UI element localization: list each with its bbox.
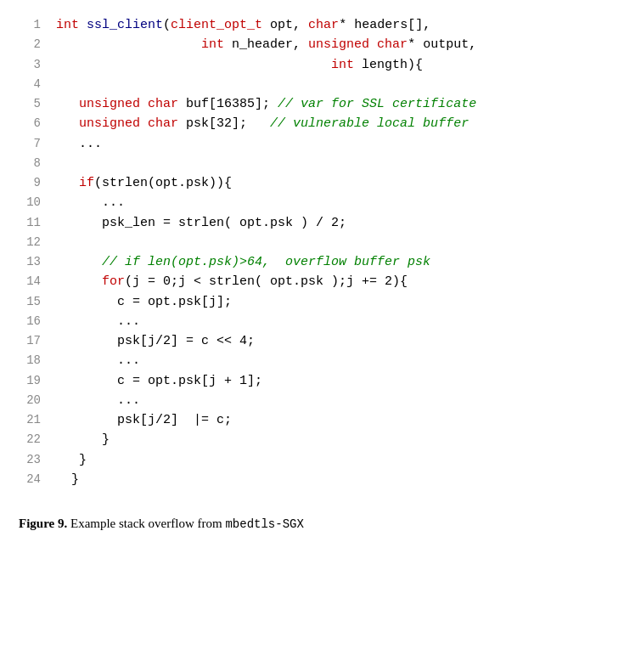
line-number: 5 [17, 94, 41, 114]
line-number: 3 [17, 55, 41, 75]
line-content: if(strlen(opt.psk)){ [56, 173, 624, 193]
keyword-token: unsigned [79, 97, 140, 111]
comment-token: // var for SSL certificate [278, 97, 476, 111]
line-number: 15 [17, 292, 41, 312]
line-content: ... [56, 134, 624, 154]
code-line: 1int ssl_client(client_opt_t opt, char* … [17, 15, 624, 35]
line-number: 2 [17, 35, 41, 54]
code-line: 16 ... [17, 312, 624, 331]
plain-token: psk[32]; [178, 116, 270, 131]
line-number: 20 [17, 391, 41, 410]
line-content: int length){ [56, 55, 624, 75]
line-content: psk_len = strlen( opt.psk ) / 2; [56, 213, 624, 233]
code-line: 6 unsigned char psk[32]; // vulnerable l… [17, 114, 624, 133]
line-number: 14 [17, 272, 41, 291]
comment-token: // if len(opt.psk)>64, overflow buffer p… [102, 255, 430, 269]
plain-token: } [56, 432, 110, 447]
figure-text: Example stack overflow from [67, 517, 225, 530]
code-line: 19 c = opt.psk[j + 1]; [17, 371, 624, 391]
line-content: ... [56, 312, 624, 331]
plain-token [56, 176, 79, 190]
line-number: 10 [17, 193, 41, 212]
code-line: 2 int n_header, unsigned char* output, [17, 35, 624, 54]
line-content: unsigned char buf[16385]; // var for SSL… [56, 94, 624, 114]
plain-token: } [56, 453, 87, 467]
line-content: for(j = 0;j < strlen( opt.psk );j += 2){ [56, 272, 624, 291]
line-number: 1 [17, 15, 41, 35]
plain-token: c = opt.psk[j]; [56, 295, 232, 309]
keyword-token: unsigned [308, 37, 369, 52]
code-line: 4 [17, 75, 624, 94]
figure-mono: mbedtls-SGX [225, 517, 303, 531]
keyword-token: client_opt_t [171, 18, 262, 32]
plain-token [140, 97, 148, 111]
plain-token: psk[j/2] = c << 4; [56, 334, 255, 348]
line-number: 4 [17, 75, 41, 94]
keyword-token: char [377, 37, 408, 52]
code-line: 9 if(strlen(opt.psk)){ [17, 173, 624, 193]
keyword-token: int [56, 18, 79, 32]
line-number: 7 [17, 134, 41, 154]
code-line: 12 [17, 233, 624, 252]
line-number: 11 [17, 213, 41, 233]
line-number: 19 [17, 371, 41, 391]
line-content: } [56, 430, 624, 449]
plain-token [56, 255, 102, 269]
keyword-token: int [331, 58, 354, 72]
code-line: 17 psk[j/2] = c << 4; [17, 331, 624, 351]
line-number: 6 [17, 114, 41, 133]
line-content: c = opt.psk[j]; [56, 292, 624, 312]
line-number: 8 [17, 154, 41, 173]
line-content [56, 154, 624, 173]
line-content: unsigned char psk[32]; // vulnerable loc… [56, 114, 624, 133]
code-line: 15 c = opt.psk[j]; [17, 292, 624, 312]
code-line: 14 for(j = 0;j < strlen( opt.psk );j += … [17, 272, 624, 291]
keyword-token: int [201, 37, 224, 52]
plain-token: ... [56, 314, 140, 329]
line-content: c = opt.psk[j + 1]; [56, 371, 624, 391]
plain-token: * output, [408, 37, 476, 52]
line-content: } [56, 450, 624, 470]
plain-token: psk_len = strlen( opt.psk ) / 2; [56, 216, 346, 230]
line-content: ... [56, 351, 624, 370]
plain-token: c = opt.psk[j + 1]; [56, 374, 262, 388]
code-line: 20 ... [17, 391, 624, 410]
line-content [56, 75, 624, 94]
plain-token: ( [163, 18, 171, 32]
plain-token: (j = 0;j < strlen( opt.psk );j += 2){ [125, 274, 408, 289]
keyword-token: char [148, 97, 178, 111]
code-line: 11 psk_len = strlen( opt.psk ) / 2; [17, 213, 624, 233]
line-content: int ssl_client(client_opt_t opt, char* h… [56, 15, 624, 35]
plain-token [56, 58, 331, 72]
keyword-token: char [148, 116, 178, 131]
line-content: psk[j/2] |= c; [56, 410, 624, 430]
line-number: 24 [17, 470, 41, 489]
plain-token: n_header, [224, 37, 308, 52]
line-number: 17 [17, 331, 41, 351]
code-line: 24 } [17, 470, 624, 489]
code-line: 23 } [17, 450, 624, 470]
keyword-token: for [102, 274, 125, 289]
line-content: psk[j/2] = c << 4; [56, 331, 624, 351]
plain-token [56, 97, 79, 111]
plain-token: psk[j/2] |= c; [56, 413, 232, 427]
plain-token [56, 37, 201, 52]
plain-token: length){ [354, 58, 423, 72]
keyword-token: char [308, 18, 339, 32]
line-content: ... [56, 391, 624, 410]
plain-token [56, 116, 79, 131]
code-line: 7 ... [17, 134, 624, 154]
line-number: 18 [17, 351, 41, 370]
line-number: 16 [17, 312, 41, 331]
plain-token [56, 274, 102, 289]
plain-token: opt, [262, 18, 308, 32]
line-content: } [56, 470, 624, 489]
code-line: 18 ... [17, 351, 624, 370]
line-content: // if len(opt.psk)>64, overflow buffer p… [56, 252, 624, 272]
plain-token: } [56, 472, 79, 487]
line-content: ... [56, 193, 624, 212]
line-number: 13 [17, 252, 41, 272]
plain-token: ... [56, 353, 140, 368]
figure-label: Figure 9. [19, 517, 67, 530]
plain-token: ... [56, 393, 140, 408]
